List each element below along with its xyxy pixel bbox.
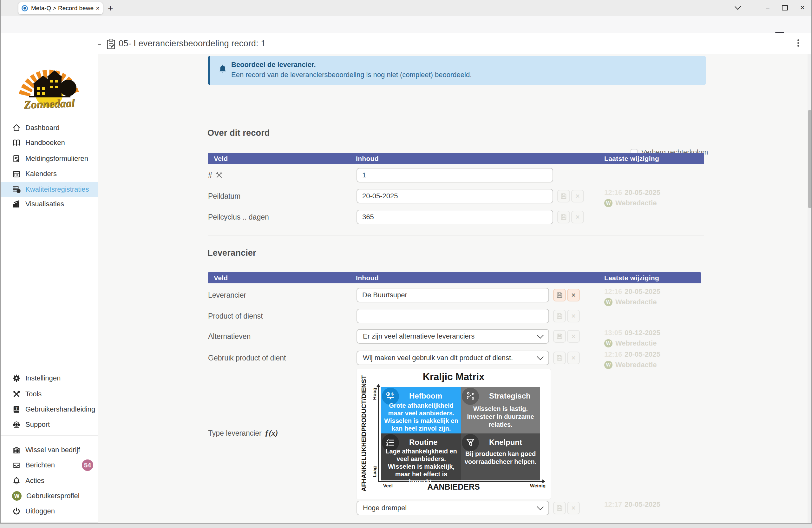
clear-button[interactable]: ×: [567, 310, 580, 323]
quadrant-text: Bij producten kan goed voorraadbeheer he…: [464, 450, 537, 466]
gebruik-select[interactable]: Wij maken veel gebruik van dit product o…: [357, 351, 549, 365]
matrix-y-high: Hoog: [372, 388, 377, 400]
matrix-x-axis-label: AANBIEDERS: [357, 482, 551, 491]
row-actions: ×: [557, 211, 584, 223]
sidebar-item-kalenders[interactable]: Kalenders: [0, 166, 98, 182]
clear-button[interactable]: ×: [571, 190, 584, 202]
sidebar-item-label: Dashboard: [25, 124, 60, 132]
new-tab-button[interactable]: +: [108, 3, 113, 13]
row-actions: ×: [553, 289, 580, 301]
save-button[interactable]: [553, 310, 566, 323]
clear-button[interactable]: ×: [567, 330, 580, 343]
sidebar-item-label: Uitloggen: [25, 507, 55, 515]
table-header: Veld Inhoud Laatste wijziging: [208, 272, 701, 283]
window-close-button[interactable]: ×: [796, 2, 810, 13]
quadrant-name: Strategisch: [489, 391, 531, 400]
matrix-y-axis-label: AFHANKELIJKHEIDPRODUCT/DIENST: [357, 386, 371, 481]
funnel-icon: [462, 434, 479, 451]
field-label-alternatieven: Alternatieven: [208, 329, 349, 344]
app-header: META ← 05- Leveranciersbeoordeling recor…: [0, 33, 812, 54]
bottom-select[interactable]: Hoge drempel: [357, 501, 549, 515]
save-button[interactable]: [553, 352, 566, 364]
form-pencil-icon: [12, 155, 20, 163]
zonnedaal-logo: Zonnedaal: [16, 58, 82, 112]
browser-tab[interactable]: Meta-Q > Record bewerken ×: [18, 2, 103, 14]
browser-window: Meta-Q > Record bewerken × + – × ← → ↻ z…: [0, 0, 812, 528]
y-axis-arrow: [377, 384, 380, 387]
clear-button[interactable]: ×: [567, 352, 580, 364]
user-badge: W: [604, 361, 612, 369]
sidebar-item-berichten[interactable]: Berichten 54: [0, 458, 98, 473]
berichten-count-badge: 54: [82, 459, 93, 471]
sidebar-item-label: Acties: [25, 476, 44, 485]
sidebar-item-label: Berichten: [25, 461, 55, 469]
sidebar: Zonnedaal Dashboard Handboeken Meldingsf…: [0, 33, 98, 522]
peilcyclus-input[interactable]: [357, 210, 553, 224]
clear-button[interactable]: ×: [567, 502, 580, 514]
quadrant-name: Hefboom: [409, 391, 442, 400]
sidebar-item-tools[interactable]: Tools: [0, 386, 98, 402]
banner-bell-icon: [218, 64, 228, 75]
kebab-menu-icon[interactable]: [795, 38, 801, 48]
chart-icon: [12, 200, 20, 208]
user-badge: W: [604, 339, 612, 347]
sidebar-item-meldingsformulieren[interactable]: Meldingsformulieren: [0, 151, 98, 166]
field-label-type-leverancier: Type leverancier ƒ(x): [208, 426, 349, 440]
matrix-title: Kraljic Matrix: [357, 371, 551, 383]
sidebar-item-visualisaties[interactable]: Visualisaties: [0, 196, 98, 212]
zonnedaal-logo-text: Zonnedaal: [16, 96, 82, 111]
sidebar-item-uitloggen[interactable]: Uitloggen: [0, 503, 98, 519]
list-tabs-icon[interactable]: [731, 2, 745, 13]
quadrant-name: Routine: [409, 438, 437, 447]
peildatum-input[interactable]: [357, 189, 553, 203]
sidebar-item-wissel-van-bedrijf[interactable]: Wissel van bedrijf: [0, 442, 98, 458]
save-button[interactable]: [557, 211, 570, 223]
table-header: Veld Inhoud Laatste wijziging: [208, 153, 704, 164]
save-button[interactable]: [553, 330, 566, 343]
save-button[interactable]: [553, 502, 566, 514]
field-label-peilcyclus: Peilcyclus .. dagen: [208, 210, 349, 224]
y-axis-line: [378, 386, 379, 481]
divider: [208, 235, 704, 236]
sidebar-item-label: Kwaliteitsregistraties: [25, 185, 89, 194]
field-label-product: Product of dienst: [208, 309, 349, 323]
quadrant-hefboom: $ Hefboom Grote afhankelijkheid maar vee…: [381, 387, 461, 433]
sidebar-item-kwaliteitsregistraties[interactable]: Kwaliteitsregistraties: [0, 182, 98, 197]
user-avatar: W: [12, 491, 21, 501]
sidebar-item-dashboard[interactable]: Dashboard: [0, 120, 98, 135]
sidebar-item-label: Gebruikersprofiel: [26, 492, 79, 500]
quadrant-text: Lage afhankelijkheid en veel aanbieders.…: [384, 447, 459, 485]
tab-close-icon[interactable]: ×: [96, 5, 100, 12]
sidebar-item-support[interactable]: Support: [0, 417, 98, 432]
sidebar-item-label: Handboeken: [25, 139, 65, 147]
id-input[interactable]: [357, 168, 553, 183]
quadrant-strategisch: Strategisch Wisselen is lastig. Investee…: [461, 387, 540, 433]
leverancier-input[interactable]: [357, 288, 549, 302]
alternatieven-select[interactable]: Er zijn veel alternatieve leveranciers: [357, 329, 549, 344]
last-modified: 12:1620-05-2025 WWebredactie: [604, 188, 661, 208]
minimize-button[interactable]: –: [760, 2, 774, 13]
product-input[interactable]: [357, 309, 549, 323]
save-button[interactable]: [553, 289, 566, 301]
sidebar-item-label: Meldingsformulieren: [25, 155, 88, 163]
quadrant-routine: Routine Lage afhankelijkheid en veel aan…: [381, 433, 461, 481]
maximize-button[interactable]: [778, 2, 792, 13]
metaq-favicon: [21, 5, 28, 11]
sidebar-item-label: Gebruikershandleiding: [25, 405, 95, 413]
sidebar-item-gebruikersprofiel[interactable]: W Gebruikersprofiel: [0, 488, 98, 503]
clear-button[interactable]: ×: [567, 289, 580, 301]
tab-title: Meta-Q > Record bewerken: [31, 5, 94, 12]
sidebar-item-acties[interactable]: Acties: [0, 473, 98, 488]
save-button[interactable]: [557, 190, 570, 202]
tools-icon: [12, 390, 20, 398]
sidebar-item-instellingen[interactable]: Instellingen: [0, 371, 98, 386]
sidebar-item-handboeken[interactable]: Handboeken: [0, 135, 98, 151]
sidebar-item-gebruikershandleiding[interactable]: ? Gebruikershandleiding: [0, 402, 98, 417]
gear-icon: [12, 374, 20, 382]
last-modified: 12:1620-05-2025 WWebredactie: [604, 350, 661, 369]
sidebar-item-label: Support: [25, 420, 50, 429]
column-laatste-wijziging: Laatste wijziging: [604, 155, 704, 162]
row-actions: ×: [553, 502, 580, 514]
clear-button[interactable]: ×: [571, 211, 584, 223]
browser-toolbar: ← → ↻ zonnedaal.meta-q.nl/register/editr…: [0, 16, 812, 33]
